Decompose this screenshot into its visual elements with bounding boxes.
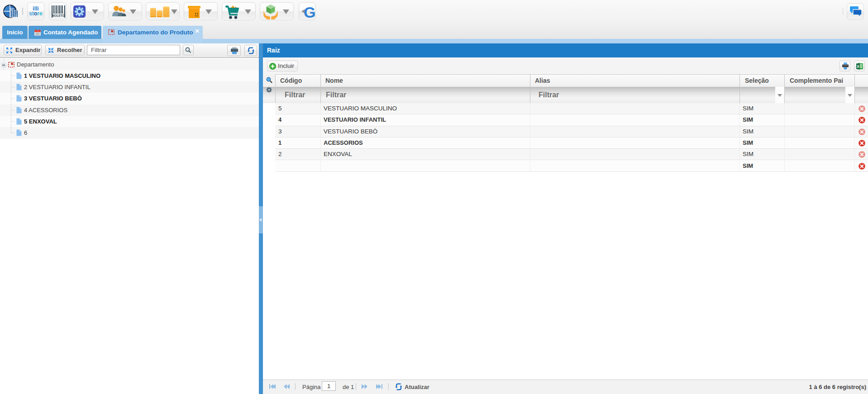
svg-text:BOLETO: BOLETO bbox=[52, 14, 65, 17]
svg-text:X: X bbox=[857, 64, 859, 69]
svg-text:G: G bbox=[304, 4, 315, 19]
